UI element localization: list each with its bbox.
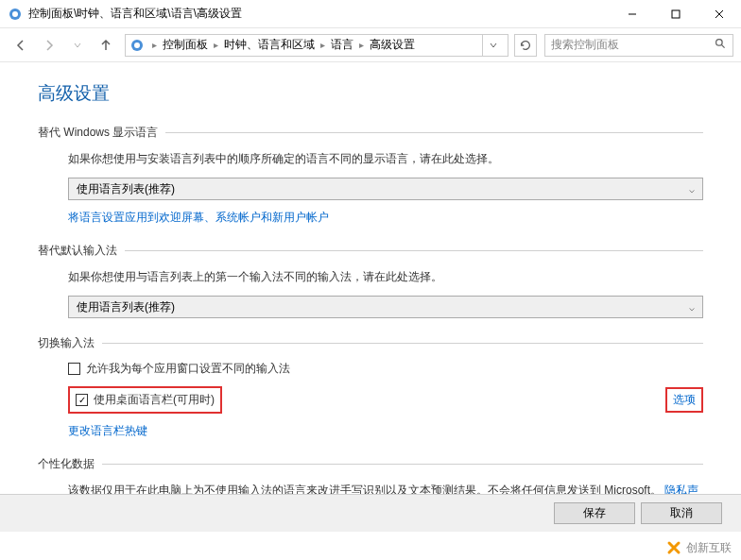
up-button[interactable] [93, 32, 119, 59]
svg-rect-3 [672, 10, 680, 18]
save-button[interactable]: 保存 [554, 502, 635, 524]
chevron-down-icon: ⌵ [689, 184, 695, 195]
page-title: 高级设置 [38, 81, 703, 106]
search-icon [715, 38, 727, 53]
svg-line-9 [721, 44, 724, 47]
checkbox-desktop-langbar[interactable]: 使用桌面语言栏(可用时) [76, 392, 215, 408]
section-description: 如果你想使用与安装语言列表中的顺序所确定的语言不同的显示语言，请在此处选择。 [68, 150, 703, 168]
svg-point-7 [134, 42, 140, 48]
section-description: 如果你想使用与语言列表上的第一个输入法不同的输入法，请在此处选择。 [68, 268, 703, 286]
window-title: 控制面板\时钟、语言和区域\语言\高级设置 [28, 6, 242, 22]
divider [102, 464, 703, 465]
titlebar: 控制面板\时钟、语言和区域\语言\高级设置 [0, 0, 741, 28]
section-display-language: 替代 Windows 显示语言 如果你想使用与安装语言列表中的顺序所确定的语言不… [38, 125, 703, 226]
divider [165, 132, 703, 133]
window-icon [8, 7, 23, 22]
select-value: 使用语言列表(推荐) [77, 181, 175, 197]
checkbox-label: 使用桌面语言栏(可用时) [94, 392, 215, 408]
chevron-down-icon: ⌵ [689, 302, 695, 313]
cancel-button[interactable]: 取消 [641, 502, 722, 524]
chevron-right-icon: ▸ [355, 40, 368, 50]
refresh-button[interactable] [514, 34, 537, 57]
breadcrumb-item[interactable]: 语言 [329, 37, 355, 53]
select-value: 使用语言列表(推荐) [77, 299, 175, 315]
recent-dropdown[interactable] [64, 32, 91, 59]
checkbox-icon [68, 363, 80, 375]
search-input[interactable]: 搜索控制面板 [544, 34, 733, 57]
chevron-right-icon: ▸ [317, 40, 329, 50]
breadcrumb-item[interactable]: 高级设置 [368, 37, 417, 53]
breadcrumb-item[interactable]: 时钟、语言和区域 [222, 37, 317, 53]
back-button[interactable] [8, 32, 34, 59]
watermark-text: 创新互联 [686, 540, 732, 556]
breadcrumb-item[interactable]: 控制面板 [161, 37, 210, 53]
divider [125, 250, 703, 251]
minimize-button[interactable] [611, 0, 654, 28]
window-controls [611, 0, 741, 28]
checkbox-icon [76, 394, 88, 406]
svg-point-8 [716, 39, 723, 45]
nav-toolbar: ▸ 控制面板 ▸ 时钟、语言和区域 ▸ 语言 ▸ 高级设置 搜索控制面板 [0, 28, 741, 62]
breadcrumb-icon [129, 38, 145, 53]
breadcrumb-dropdown[interactable] [482, 35, 504, 56]
apply-to-accounts-link[interactable]: 将语言设置应用到欢迎屏幕、系统帐户和新用户帐户 [68, 210, 703, 226]
divider [102, 343, 703, 344]
section-title: 替代 Windows 显示语言 [38, 125, 158, 141]
section-switch-input: 切换输入法 允许我为每个应用窗口设置不同的输入法 使用桌面语言栏(可用时) 选项… [38, 335, 703, 439]
chevron-right-icon: ▸ [148, 40, 161, 50]
section-title: 切换输入法 [38, 335, 95, 351]
maximize-button[interactable] [654, 0, 698, 28]
highlighted-checkbox: 使用桌面语言栏(可用时) [68, 386, 222, 414]
options-link[interactable]: 选项 [665, 387, 703, 413]
default-input-select[interactable]: 使用语言列表(推荐) ⌵ [68, 296, 703, 318]
chevron-right-icon: ▸ [210, 40, 222, 50]
section-default-input: 替代默认输入法 如果你想使用与语言列表上的第一个输入法不同的输入法，请在此处选择… [38, 243, 703, 318]
close-button[interactable] [698, 0, 741, 28]
change-hotkeys-link[interactable]: 更改语言栏热键 [68, 423, 703, 439]
checkbox-per-app-input[interactable]: 允许我为每个应用窗口设置不同的输入法 [68, 361, 703, 377]
button-bar: 保存 取消 [0, 494, 741, 532]
section-title: 个性化数据 [38, 456, 95, 472]
watermark-logo-icon [665, 539, 682, 556]
forward-button[interactable] [36, 32, 62, 59]
content-area: 高级设置 替代 Windows 显示语言 如果你想使用与安装语言列表中的顺序所确… [0, 62, 741, 518]
search-placeholder: 搜索控制面板 [551, 37, 619, 53]
display-language-select[interactable]: 使用语言列表(推荐) ⌵ [68, 178, 703, 200]
watermark: 创新互联 [665, 539, 732, 556]
svg-point-1 [12, 11, 18, 17]
section-title: 替代默认输入法 [38, 243, 117, 259]
breadcrumb[interactable]: ▸ 控制面板 ▸ 时钟、语言和区域 ▸ 语言 ▸ 高级设置 [125, 34, 508, 57]
checkbox-label: 允许我为每个应用窗口设置不同的输入法 [86, 361, 290, 377]
